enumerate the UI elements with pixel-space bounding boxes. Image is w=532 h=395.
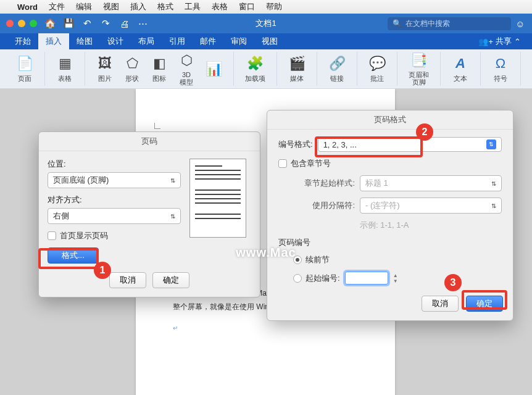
- align-select[interactable]: 右侧⇅: [48, 208, 181, 224]
- example-text: 示例: 1-1, 1-A: [360, 220, 409, 231]
- page-icon: 📄: [16, 55, 33, 72]
- tab-layout[interactable]: 布局: [131, 33, 162, 49]
- number-format-select[interactable]: 1, 2, 3, ...⇅: [318, 137, 502, 152]
- shape-icon: ⬠: [123, 55, 141, 72]
- mac-menubar: Word 文件 编辑 视图 插入 格式 工具 表格 窗口 帮助: [0, 0, 532, 14]
- ribbon-label: 批注: [370, 74, 384, 83]
- ribbon-label: 页眉和 页脚: [409, 71, 429, 86]
- tab-references[interactable]: 引用: [162, 33, 193, 49]
- text-button[interactable]: A文本: [447, 54, 474, 85]
- cancel-button[interactable]: 取消: [422, 296, 459, 312]
- menubar-item[interactable]: 插入: [130, 1, 146, 12]
- insert-icon-button[interactable]: ◧图标: [146, 54, 173, 85]
- save-icon[interactable]: 💾: [63, 18, 74, 29]
- insert-picture-button[interactable]: 🖼图片: [91, 54, 118, 85]
- media-icon: 🎬: [288, 55, 305, 72]
- radio-label: 起始编号:: [305, 273, 340, 284]
- chart-button[interactable]: 📊: [200, 59, 227, 79]
- chevron-updown-icon: ⇅: [491, 180, 496, 187]
- undo-icon[interactable]: ↶: [81, 18, 93, 29]
- redo-icon[interactable]: ↷: [100, 18, 111, 29]
- page-numbering-label: 页码编号: [278, 237, 502, 248]
- symbol-button[interactable]: Ω符号: [487, 54, 514, 85]
- dialog-title: 页码: [39, 132, 260, 151]
- chevron-icon: ⌃: [514, 37, 521, 46]
- chapter-style-select[interactable]: 标题 1⇅: [360, 175, 502, 191]
- crop-mark-icon: [154, 123, 160, 129]
- ribbon-label: 加载项: [245, 74, 265, 83]
- align-label: 对齐方式:: [48, 194, 181, 206]
- select-value: 标题 1: [365, 178, 388, 189]
- search-icon: 🔍: [393, 19, 402, 28]
- stepper-icon[interactable]: ▲▼: [393, 273, 398, 284]
- menubar-item[interactable]: 工具: [185, 1, 201, 12]
- icons-icon: ◧: [151, 55, 168, 72]
- annotation-badge: 1: [94, 262, 111, 279]
- tab-mail[interactable]: 邮件: [193, 33, 223, 49]
- format-button[interactable]: 格式...: [48, 247, 99, 264]
- tab-review[interactable]: 审阅: [223, 33, 254, 49]
- menubar-item[interactable]: 视图: [103, 1, 119, 12]
- search-input[interactable]: 🔍 在文档中搜索: [388, 17, 511, 30]
- share-button[interactable]: 👥+共享 ⌃: [478, 33, 525, 49]
- insert-3dmodel-button[interactable]: ⬡3D 模型: [173, 51, 200, 87]
- chevron-updown-icon: ⇅: [170, 177, 175, 184]
- cancel-button[interactable]: 取消: [109, 272, 146, 288]
- insert-table-button[interactable]: ▦表格: [51, 54, 78, 85]
- menubar-item[interactable]: 表格: [212, 1, 228, 12]
- annotation-badge: 2: [416, 123, 433, 141]
- tab-view[interactable]: 视图: [254, 33, 285, 49]
- home-icon[interactable]: 🏠: [44, 18, 56, 29]
- position-select[interactable]: 页面底端 (页脚)⇅: [48, 172, 181, 188]
- more-icon[interactable]: ⋯: [137, 18, 148, 29]
- menubar-app[interactable]: Word: [17, 2, 38, 12]
- chevron-updown-icon: ⇅: [486, 139, 496, 149]
- tab-draw[interactable]: 绘图: [69, 33, 100, 49]
- addin-button[interactable]: 🧩加载项: [240, 54, 270, 85]
- checkbox-label: 包含章节号: [291, 158, 331, 169]
- start-at-input[interactable]: [345, 272, 388, 285]
- menubar-item[interactable]: 文件: [49, 1, 65, 12]
- menubar-item[interactable]: 格式: [157, 1, 173, 12]
- firstpage-checkbox[interactable]: 首页显示页码: [48, 230, 181, 241]
- doc-text: 整个屏幕，就像是在使用 Wind: [173, 300, 273, 314]
- include-chapter-checkbox[interactable]: 包含章节号: [278, 158, 502, 169]
- separator-label: 使用分隔符:: [293, 200, 355, 211]
- ribbon-label: 链接: [330, 74, 344, 83]
- menubar-item[interactable]: 编辑: [76, 1, 92, 12]
- media-button[interactable]: 🎬媒体: [283, 54, 310, 85]
- tab-home[interactable]: 开始: [7, 33, 38, 49]
- page-number-dialog: 页码 位置: 页面底端 (页脚)⇅ 对齐方式: 右侧⇅ 首页显示页码 格式...: [38, 131, 260, 297]
- tab-insert[interactable]: 插入: [38, 33, 69, 49]
- select-value: 页面底端 (页脚): [53, 175, 109, 186]
- minimize-window-icon[interactable]: [18, 20, 25, 27]
- tab-design[interactable]: 设计: [100, 33, 131, 49]
- traffic-lights: [6, 20, 37, 27]
- document-title: 文档1: [256, 18, 276, 29]
- select-value: - (连字符): [365, 200, 400, 211]
- ok-button[interactable]: 确定: [152, 272, 189, 288]
- print-icon[interactable]: 🖨: [118, 18, 130, 29]
- chevron-updown-icon: ⇅: [170, 213, 175, 220]
- checkbox-icon: [278, 159, 287, 168]
- insert-shape-button[interactable]: ⬠形状: [118, 54, 146, 85]
- link-button[interactable]: 🔗链接: [323, 54, 351, 85]
- comment-button[interactable]: 💬批注: [364, 54, 391, 85]
- chevron-updown-icon: ⇅: [491, 202, 496, 209]
- ribbon-label: 表格: [58, 74, 72, 83]
- ribbon-label: 图标: [152, 74, 166, 83]
- separator-select[interactable]: - (连字符)⇅: [360, 198, 502, 214]
- start-at-radio[interactable]: 起始编号:: [293, 273, 340, 284]
- ok-button[interactable]: 确定: [466, 296, 503, 312]
- close-window-icon[interactable]: [6, 20, 14, 27]
- user-icon[interactable]: ☺: [515, 18, 526, 29]
- ribbon-label: 3D 模型: [180, 71, 193, 86]
- menubar-item[interactable]: 帮助: [266, 1, 282, 12]
- continue-radio[interactable]: 续前节: [293, 254, 330, 265]
- share-label: 共享: [496, 36, 512, 47]
- maximize-window-icon[interactable]: [30, 20, 37, 27]
- menubar-item[interactable]: 窗口: [239, 1, 255, 12]
- chart-icon: 📊: [205, 60, 222, 78]
- insert-page-button[interactable]: 📄页面: [11, 54, 38, 85]
- headerfooter-button[interactable]: 📑页眉和 页脚: [404, 51, 434, 87]
